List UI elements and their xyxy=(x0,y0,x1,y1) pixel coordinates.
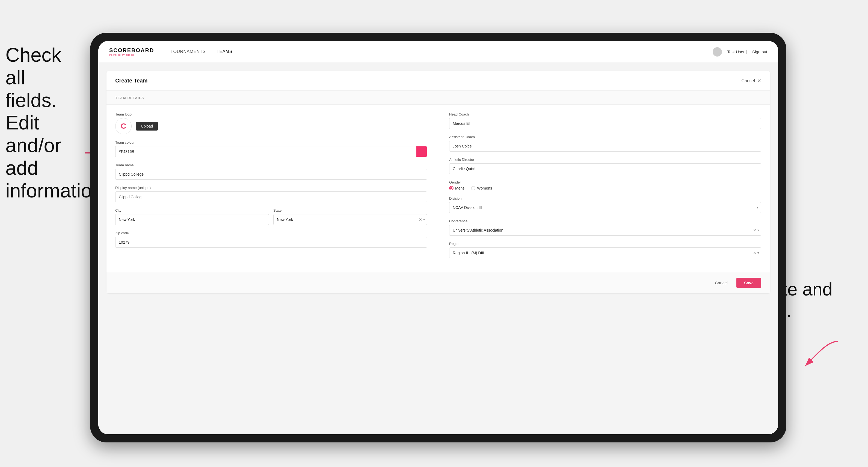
zip-field: Zip code xyxy=(115,231,427,248)
gender-mens-option[interactable]: Mens xyxy=(449,186,464,190)
logo-area: C Upload xyxy=(115,118,427,134)
city-input[interactable] xyxy=(115,214,269,225)
nav-logo: SCOREBOARD Powered by clippd xyxy=(109,47,154,56)
tablet-device: SCOREBOARD Powered by clippd TOURNAMENTS… xyxy=(90,33,786,442)
color-swatch[interactable] xyxy=(416,146,427,157)
gender-label: Gender xyxy=(449,180,761,184)
form-body: Team logo C Upload Team colour xyxy=(106,104,770,272)
display-name-label: Display name (unique) xyxy=(115,186,427,190)
form-left-column: Team logo C Upload Team colour xyxy=(115,112,438,264)
division-select-wrapper: NCAA Division III NCAA Division II NCAA … xyxy=(449,202,761,213)
nav-user-label: Test User | xyxy=(727,50,747,54)
gender-radio-group: Mens Womens xyxy=(449,186,761,190)
region-field: Region Region II - (M) DIII ✕ ▾ xyxy=(449,242,761,258)
conference-field: Conference University Athletic Associati… xyxy=(449,219,761,236)
division-select[interactable]: NCAA Division III NCAA Division II NCAA … xyxy=(449,202,761,213)
state-select[interactable]: New York California Texas xyxy=(273,214,427,225)
cancel-button[interactable]: Cancel xyxy=(710,278,732,287)
team-colour-input[interactable] xyxy=(115,146,416,157)
division-field: Division NCAA Division III NCAA Division… xyxy=(449,196,761,213)
color-input-row xyxy=(115,146,427,157)
form-right-column: Head Coach Assistant Coach Athletic Dire… xyxy=(438,112,761,264)
state-label: State xyxy=(273,208,427,213)
region-label: Region xyxy=(449,242,761,246)
team-name-input[interactable] xyxy=(115,169,427,180)
tablet-screen: SCOREBOARD Powered by clippd TOURNAMENTS… xyxy=(98,41,778,434)
annotation-left: Check all fields. Edit and/or add inform… xyxy=(5,44,82,202)
nav-logo-subtitle: Powered by clippd xyxy=(109,54,154,56)
region-select[interactable]: Region II - (M) DIII xyxy=(449,247,761,258)
main-content: Create Team Cancel ✕ TEAM DETAILS Team l… xyxy=(98,63,778,434)
team-colour-field: Team colour xyxy=(115,141,427,157)
avatar xyxy=(713,47,722,57)
team-logo-field: Team logo C Upload xyxy=(115,112,427,134)
close-icon: ✕ xyxy=(757,78,761,84)
logo-circle: C xyxy=(115,118,132,134)
assistant-coach-input[interactable] xyxy=(449,141,761,152)
assistant-coach-field: Assistant Coach xyxy=(449,135,761,152)
nav-logo-title: SCOREBOARD xyxy=(109,47,154,54)
head-coach-field: Head Coach xyxy=(449,112,761,129)
city-state-row: City State New York California Texas xyxy=(115,208,427,225)
athletic-director-field: Athletic Director xyxy=(449,158,761,174)
form-header: Create Team Cancel ✕ xyxy=(106,71,770,91)
team-name-label: Team name xyxy=(115,163,427,167)
city-label: City xyxy=(115,208,269,213)
zip-input[interactable] xyxy=(115,237,427,248)
conference-label: Conference xyxy=(449,219,761,223)
gender-womens-option[interactable]: Womens xyxy=(471,186,492,190)
city-field: City xyxy=(115,208,269,225)
team-logo-label: Team logo xyxy=(115,112,427,116)
assistant-coach-label: Assistant Coach xyxy=(449,135,761,139)
nav-items: TOURNAMENTS TEAMS xyxy=(170,48,712,56)
nav-right: Test User | Sign out xyxy=(713,47,767,57)
upload-button[interactable]: Upload xyxy=(136,122,158,130)
cancel-header-button[interactable]: Cancel ✕ xyxy=(741,78,761,84)
region-select-wrapper: Region II - (M) DIII ✕ ▾ xyxy=(449,247,761,258)
team-name-field: Team name xyxy=(115,163,427,180)
radio-womens-dot xyxy=(471,186,475,190)
athletic-director-label: Athletic Director xyxy=(449,158,761,162)
signout-button[interactable]: Sign out xyxy=(752,50,767,54)
state-select-wrapper: New York California Texas ✕ ▾ xyxy=(273,214,427,225)
gender-field: Gender Mens Womens xyxy=(449,180,761,190)
conference-select[interactable]: University Athletic Association xyxy=(449,225,761,236)
arrow-right-annotation xyxy=(800,339,843,371)
navbar: SCOREBOARD Powered by clippd TOURNAMENTS… xyxy=(98,41,778,63)
conference-select-wrapper: University Athletic Association ✕ ▾ xyxy=(449,225,761,236)
radio-mens-dot xyxy=(449,186,454,190)
nav-item-tournaments[interactable]: TOURNAMENTS xyxy=(170,48,206,56)
zip-label: Zip code xyxy=(115,231,427,235)
form-panel: Create Team Cancel ✕ TEAM DETAILS Team l… xyxy=(106,71,770,293)
display-name-field: Display name (unique) xyxy=(115,186,427,203)
team-colour-label: Team colour xyxy=(115,141,427,145)
form-title: Create Team xyxy=(115,77,148,84)
head-coach-input[interactable] xyxy=(449,118,761,129)
head-coach-label: Head Coach xyxy=(449,112,761,116)
division-label: Division xyxy=(449,196,761,200)
state-field: State New York California Texas ✕ xyxy=(273,208,427,225)
nav-item-teams[interactable]: TEAMS xyxy=(217,48,232,56)
section-label: TEAM DETAILS xyxy=(106,91,770,104)
form-footer: Cancel Save xyxy=(106,272,770,293)
athletic-director-input[interactable] xyxy=(449,163,761,174)
display-name-input[interactable] xyxy=(115,191,427,203)
save-button[interactable]: Save xyxy=(736,278,761,288)
